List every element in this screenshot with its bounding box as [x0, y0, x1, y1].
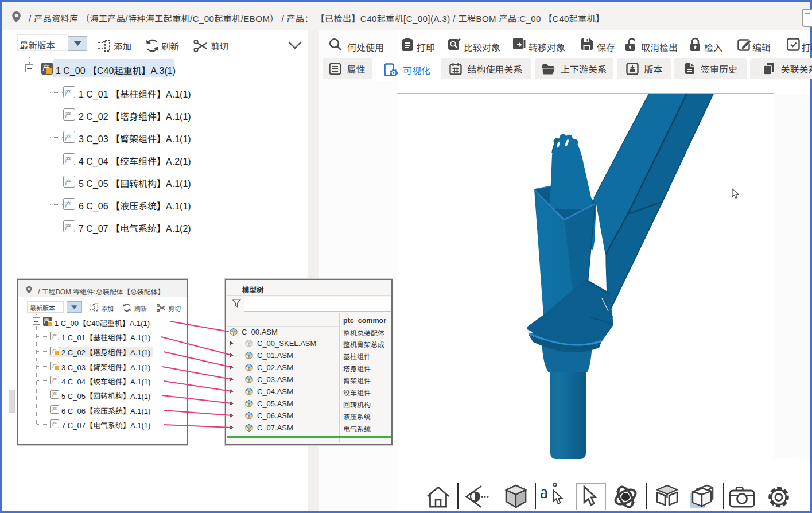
svg-text:a: a: [540, 481, 548, 502]
